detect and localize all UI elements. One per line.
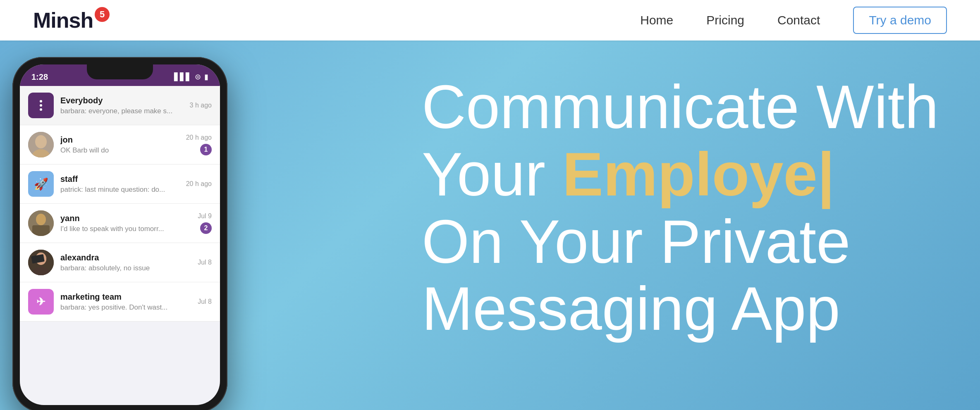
chat-meta-staff: 20 h ago <box>186 180 212 188</box>
nav-pricing[interactable]: Pricing <box>706 13 744 27</box>
unread-badge-jon: 1 <box>200 144 212 155</box>
chat-name-alexandra: alexandra <box>60 253 191 262</box>
chat-name-yann: yann <box>60 214 191 223</box>
phone-mockup: 1:28 ▋▋▋ ⊜ ▮ <box>12 57 227 410</box>
avatar-everybody <box>28 93 54 118</box>
phone-screen: 1:28 ▋▋▋ ⊜ ▮ <box>20 64 220 405</box>
chat-content-everybody: Everybody barbara: everyone, please make… <box>60 96 183 115</box>
chat-item-everybody[interactable]: Everybody barbara: everyone, please make… <box>20 86 220 125</box>
chat-item-marketing[interactable]: ✈ marketing team barbara: yes positive. … <box>20 282 220 322</box>
chat-item-jon[interactable]: jon OK Barb will do 20 h ago 1 <box>20 125 220 164</box>
headline-line4: Messaging App <box>422 274 840 343</box>
chat-preview-everybody: barbara: everyone, please make s... <box>60 107 183 115</box>
dot2 <box>40 104 42 107</box>
phone-outer: 1:28 ▋▋▋ ⊜ ▮ <box>12 57 227 410</box>
chat-meta-everybody: 3 h ago <box>190 102 212 109</box>
avatar-alexandra-image <box>28 250 54 275</box>
hero-headline: Communicate With Your Employe| On Your P… <box>422 74 939 343</box>
headline-line1: Communicate With <box>422 73 939 141</box>
chat-meta-marketing: Jul 8 <box>198 298 212 305</box>
chat-item-yann[interactable]: yann I'd like to speak with you tomorr..… <box>20 204 220 243</box>
chat-time-alexandra: Jul 8 <box>198 259 212 266</box>
avatar-marketing: ✈ <box>28 289 54 315</box>
chat-name-marketing: marketing team <box>60 292 191 302</box>
plane-icon: ✈ <box>36 296 45 308</box>
chat-preview-alexandra: barbara: absolutely, no issue <box>60 264 191 272</box>
chat-preview-yann: I'd like to speak with you tomorr... <box>60 225 191 233</box>
chat-time-yann: Jul 9 <box>198 212 212 220</box>
dot1 <box>40 100 42 102</box>
avatar-alexandra <box>28 250 54 275</box>
chat-item-staff[interactable]: 🚀 staff patrick: last minute question: d… <box>20 164 220 204</box>
chat-name-everybody: Everybody <box>60 96 183 105</box>
rocket-icon: 🚀 <box>34 177 48 191</box>
brand-name: Minsh <box>33 8 93 33</box>
signal-icon: ▋▋▋ <box>174 72 191 81</box>
avatar-staff: 🚀 <box>28 171 54 197</box>
dot3 <box>40 108 42 111</box>
navbar: Minsh 5 Home Pricing Contact Try a demo <box>0 0 980 41</box>
nav-home[interactable]: Home <box>640 13 673 27</box>
svg-point-4 <box>36 214 46 225</box>
status-icons: ▋▋▋ ⊜ ▮ <box>174 72 208 81</box>
chat-content-marketing: marketing team barbara: yes positive. Do… <box>60 292 191 312</box>
notification-badge: 5 <box>95 7 110 22</box>
hero-section: 1:28 ▋▋▋ ⊜ ▮ <box>0 41 980 410</box>
chat-item-alexandra[interactable]: alexandra barbara: absolutely, no issue … <box>20 243 220 282</box>
chat-preview-jon: OK Barb will do <box>60 146 179 155</box>
wifi-icon: ⊜ <box>195 72 201 81</box>
status-time: 1:28 <box>31 72 48 82</box>
avatar-jon-image <box>28 132 54 157</box>
unread-badge-yann: 2 <box>200 222 212 234</box>
chat-content-yann: yann I'd like to speak with you tomorr..… <box>60 214 191 233</box>
svg-rect-5 <box>32 225 50 236</box>
chat-content-alexandra: alexandra barbara: absolutely, no issue <box>60 253 191 272</box>
chat-meta-yann: Jul 9 2 <box>198 212 212 234</box>
avatar-yann-image <box>28 210 54 236</box>
avatar-yann <box>28 210 54 236</box>
dots-icon <box>40 93 42 118</box>
chat-list: Everybody barbara: everyone, please make… <box>20 86 220 322</box>
headline-line3: On Your Private <box>422 207 851 276</box>
chat-time-staff: 20 h ago <box>186 180 212 188</box>
chat-name-staff: staff <box>60 174 179 184</box>
chat-time-jon: 20 h ago <box>186 134 212 141</box>
chat-meta-jon: 20 h ago 1 <box>186 134 212 155</box>
chat-time-marketing: Jul 8 <box>198 298 212 305</box>
phone-notch <box>87 64 153 79</box>
avatar-jon <box>28 132 54 157</box>
battery-icon: ▮ <box>204 72 208 81</box>
chat-meta-alexandra: Jul 8 <box>198 259 212 266</box>
brand: Minsh 5 <box>33 7 110 33</box>
nav-links: Home Pricing Contact Try a demo <box>640 7 947 34</box>
chat-time-everybody: 3 h ago <box>190 102 212 109</box>
nav-contact[interactable]: Contact <box>777 13 820 27</box>
chat-content-jon: jon OK Barb will do <box>60 135 179 155</box>
chat-content-staff: staff patrick: last minute question: do.… <box>60 174 179 194</box>
headline-highlight: Employe| <box>562 140 834 208</box>
svg-point-1 <box>35 135 47 148</box>
headline-line2-prefix: Your <box>422 140 562 208</box>
hero-text: Communicate With Your Employe| On Your P… <box>422 74 939 343</box>
chat-preview-marketing: barbara: yes positive. Don't wast... <box>60 303 191 312</box>
chat-name-jon: jon <box>60 135 179 145</box>
chat-preview-staff: patrick: last minute question: do... <box>60 186 179 194</box>
try-demo-button[interactable]: Try a demo <box>853 7 947 34</box>
